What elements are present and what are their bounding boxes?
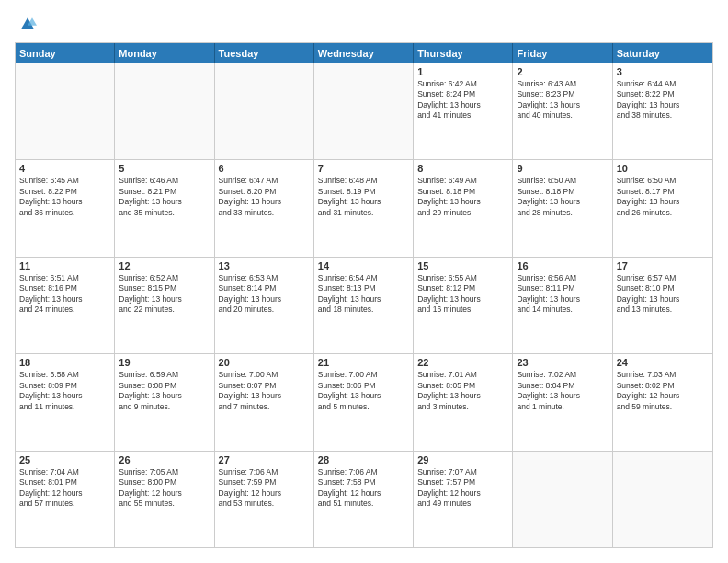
day-number: 10 [617, 163, 709, 174]
day-number: 8 [417, 163, 508, 174]
day-info: Sunrise: 7:06 AM Sunset: 7:59 PM Dayligh… [219, 467, 310, 510]
calendar-cell-0-3 [314, 63, 414, 159]
calendar-cell-0-4: 1Sunrise: 6:42 AM Sunset: 8:24 PM Daylig… [414, 63, 513, 159]
day-number: 23 [517, 357, 608, 368]
day-number: 19 [119, 357, 210, 368]
calendar-cell-3-4: 22Sunrise: 7:01 AM Sunset: 8:05 PM Dayli… [414, 354, 513, 450]
day-number: 18 [19, 357, 110, 368]
header-day-monday: Monday [115, 43, 214, 63]
calendar-row-3: 18Sunrise: 6:58 AM Sunset: 8:09 PM Dayli… [16, 354, 712, 451]
header-day-wednesday: Wednesday [314, 43, 414, 63]
day-number: 21 [318, 357, 409, 368]
day-info: Sunrise: 7:07 AM Sunset: 7:57 PM Dayligh… [417, 467, 508, 510]
day-info: Sunrise: 7:02 AM Sunset: 8:04 PM Dayligh… [517, 370, 608, 412]
day-number: 11 [19, 260, 110, 271]
calendar-cell-2-3: 14Sunrise: 6:54 AM Sunset: 8:13 PM Dayli… [314, 258, 414, 353]
day-number: 24 [617, 357, 709, 368]
calendar-cell-0-1 [115, 63, 214, 159]
day-number: 12 [119, 260, 210, 271]
day-info: Sunrise: 6:51 AM Sunset: 8:16 PM Dayligh… [19, 273, 110, 316]
header-day-sunday: Sunday [16, 43, 115, 63]
calendar-cell-3-0: 18Sunrise: 6:58 AM Sunset: 8:09 PM Dayli… [16, 354, 115, 450]
day-info: Sunrise: 6:56 AM Sunset: 8:11 PM Dayligh… [517, 273, 608, 316]
calendar-cell-1-1: 5Sunrise: 6:46 AM Sunset: 8:21 PM Daylig… [115, 160, 214, 256]
day-number: 17 [617, 260, 709, 271]
day-number: 3 [617, 66, 709, 77]
day-number: 26 [119, 454, 210, 465]
calendar-row-1: 4Sunrise: 6:45 AM Sunset: 8:22 PM Daylig… [16, 160, 712, 257]
day-info: Sunrise: 7:06 AM Sunset: 7:58 PM Dayligh… [318, 467, 409, 510]
calendar-cell-4-5 [513, 452, 612, 547]
calendar-cell-2-2: 13Sunrise: 6:53 AM Sunset: 8:14 PM Dayli… [215, 258, 314, 353]
calendar-row-2: 11Sunrise: 6:51 AM Sunset: 8:16 PM Dayli… [16, 258, 712, 354]
day-info: Sunrise: 6:43 AM Sunset: 8:23 PM Dayligh… [517, 79, 608, 121]
calendar-body: 1Sunrise: 6:42 AM Sunset: 8:24 PM Daylig… [16, 63, 712, 547]
calendar-cell-3-3: 21Sunrise: 7:00 AM Sunset: 8:06 PM Dayli… [314, 354, 414, 450]
day-number: 14 [318, 260, 409, 271]
day-info: Sunrise: 6:42 AM Sunset: 8:24 PM Dayligh… [417, 79, 508, 121]
day-number: 2 [517, 66, 608, 77]
calendar-cell-2-0: 11Sunrise: 6:51 AM Sunset: 8:16 PM Dayli… [16, 258, 115, 353]
calendar-cell-4-6 [613, 452, 712, 547]
calendar-cell-3-6: 24Sunrise: 7:03 AM Sunset: 8:02 PM Dayli… [613, 354, 712, 450]
header-day-tuesday: Tuesday [215, 43, 314, 63]
day-info: Sunrise: 6:53 AM Sunset: 8:14 PM Dayligh… [219, 273, 310, 316]
calendar-cell-4-1: 26Sunrise: 7:05 AM Sunset: 8:00 PM Dayli… [115, 452, 214, 547]
calendar-cell-2-4: 15Sunrise: 6:55 AM Sunset: 8:12 PM Dayli… [414, 258, 513, 353]
day-number: 6 [219, 163, 310, 174]
day-number: 20 [219, 357, 310, 368]
calendar: SundayMondayTuesdayWednesdayThursdayFrid… [15, 42, 713, 548]
day-info: Sunrise: 6:46 AM Sunset: 8:21 PM Dayligh… [119, 176, 210, 218]
logo [15, 15, 37, 33]
calendar-cell-2-5: 16Sunrise: 6:56 AM Sunset: 8:11 PM Dayli… [513, 258, 612, 353]
day-number: 25 [19, 454, 110, 465]
day-info: Sunrise: 6:54 AM Sunset: 8:13 PM Dayligh… [318, 273, 409, 316]
calendar-row-0: 1Sunrise: 6:42 AM Sunset: 8:24 PM Daylig… [16, 63, 712, 160]
calendar-cell-4-0: 25Sunrise: 7:04 AM Sunset: 8:01 PM Dayli… [16, 452, 115, 547]
day-info: Sunrise: 6:57 AM Sunset: 8:10 PM Dayligh… [617, 273, 709, 316]
day-number: 13 [219, 260, 310, 271]
calendar-cell-3-5: 23Sunrise: 7:02 AM Sunset: 8:04 PM Dayli… [513, 354, 612, 450]
day-info: Sunrise: 6:52 AM Sunset: 8:15 PM Dayligh… [119, 273, 210, 316]
day-number: 15 [417, 260, 508, 271]
day-number: 29 [417, 454, 508, 465]
calendar-header: SundayMondayTuesdayWednesdayThursdayFrid… [16, 43, 712, 63]
day-number: 28 [318, 454, 409, 465]
day-number: 16 [517, 260, 608, 271]
calendar-cell-0-6: 3Sunrise: 6:44 AM Sunset: 8:22 PM Daylig… [613, 63, 712, 159]
calendar-cell-1-6: 10Sunrise: 6:50 AM Sunset: 8:17 PM Dayli… [613, 160, 712, 256]
day-info: Sunrise: 7:00 AM Sunset: 8:07 PM Dayligh… [219, 370, 310, 412]
calendar-cell-1-0: 4Sunrise: 6:45 AM Sunset: 8:22 PM Daylig… [16, 160, 115, 256]
day-info: Sunrise: 6:58 AM Sunset: 8:09 PM Dayligh… [19, 370, 110, 412]
calendar-cell-4-3: 28Sunrise: 7:06 AM Sunset: 7:58 PM Dayli… [314, 452, 414, 547]
calendar-cell-3-1: 19Sunrise: 6:59 AM Sunset: 8:08 PM Dayli… [115, 354, 214, 450]
header-day-saturday: Saturday [613, 43, 712, 63]
day-info: Sunrise: 6:59 AM Sunset: 8:08 PM Dayligh… [119, 370, 210, 412]
day-number: 27 [219, 454, 310, 465]
day-info: Sunrise: 6:47 AM Sunset: 8:20 PM Dayligh… [219, 176, 310, 218]
calendar-cell-4-2: 27Sunrise: 7:06 AM Sunset: 7:59 PM Dayli… [215, 452, 314, 547]
calendar-cell-1-5: 9Sunrise: 6:50 AM Sunset: 8:18 PM Daylig… [513, 160, 612, 256]
day-info: Sunrise: 6:55 AM Sunset: 8:12 PM Dayligh… [417, 273, 508, 316]
day-info: Sunrise: 6:44 AM Sunset: 8:22 PM Dayligh… [617, 79, 709, 121]
calendar-cell-0-0 [16, 63, 115, 159]
header-day-friday: Friday [513, 43, 612, 63]
calendar-cell-3-2: 20Sunrise: 7:00 AM Sunset: 8:07 PM Dayli… [215, 354, 314, 450]
day-info: Sunrise: 6:49 AM Sunset: 8:18 PM Dayligh… [417, 176, 508, 218]
day-info: Sunrise: 7:05 AM Sunset: 8:00 PM Dayligh… [119, 467, 210, 510]
day-number: 5 [119, 163, 210, 174]
calendar-cell-2-6: 17Sunrise: 6:57 AM Sunset: 8:10 PM Dayli… [613, 258, 712, 353]
day-number: 7 [318, 163, 409, 174]
day-info: Sunrise: 6:50 AM Sunset: 8:18 PM Dayligh… [517, 176, 608, 218]
header [15, 15, 713, 33]
calendar-cell-4-4: 29Sunrise: 7:07 AM Sunset: 7:57 PM Dayli… [414, 452, 513, 547]
day-number: 4 [19, 163, 110, 174]
day-info: Sunrise: 6:45 AM Sunset: 8:22 PM Dayligh… [19, 176, 110, 218]
calendar-cell-1-2: 6Sunrise: 6:47 AM Sunset: 8:20 PM Daylig… [215, 160, 314, 256]
calendar-cell-2-1: 12Sunrise: 6:52 AM Sunset: 8:15 PM Dayli… [115, 258, 214, 353]
day-info: Sunrise: 6:48 AM Sunset: 8:19 PM Dayligh… [318, 176, 409, 218]
page: SundayMondayTuesdayWednesdayThursdayFrid… [0, 0, 728, 563]
day-info: Sunrise: 7:01 AM Sunset: 8:05 PM Dayligh… [417, 370, 508, 412]
day-number: 9 [517, 163, 608, 174]
day-number: 1 [417, 66, 508, 77]
